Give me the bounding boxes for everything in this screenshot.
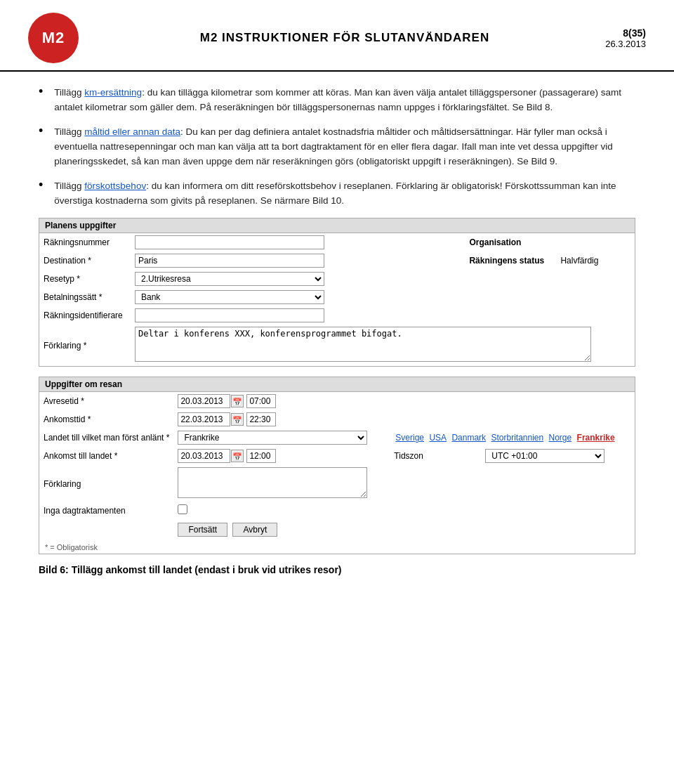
maltid-link[interactable]: måltid eller annan data	[84, 126, 180, 137]
landet-label: Landet till vilket man först anlänt *	[39, 429, 173, 447]
tidszon-label: Tidszon	[390, 447, 481, 465]
ankomsttid-date-input[interactable]	[178, 412, 230, 426]
country-usa[interactable]: USA	[429, 433, 447, 443]
form1-table: Räkningsnummer Organisation Destination …	[39, 233, 635, 366]
inga-label: Inga dagtraktamenten	[39, 502, 173, 518]
inga-checkbox[interactable]	[178, 504, 187, 514]
rakningens-status-value: Halvfärdig	[556, 251, 635, 270]
resetyp-label: Resetyp *	[39, 270, 131, 288]
form2-row-ankomsttid: Ankomsttid * 📅	[39, 410, 635, 429]
avresetid-label: Avresetid *	[39, 392, 173, 410]
avresetid-date-field: 📅	[178, 394, 276, 408]
ankomsttid-time-input[interactable]	[246, 412, 276, 426]
avresetid-time-input[interactable]	[246, 394, 276, 408]
page-number-date: 8(35) 26.3.2013	[590, 27, 646, 49]
form2-table: Avresetid * 📅 Ankomsttid * 📅	[39, 392, 635, 541]
landet-select[interactable]: Frankrike	[178, 431, 367, 445]
rakningsnummer-label: Räkningsnummer	[39, 233, 131, 251]
form2-forklaring-textarea[interactable]	[178, 467, 367, 498]
form1-row-rakningsid: Räkningsidentifierare	[39, 306, 635, 325]
form1-row-rakningsnummer: Räkningsnummer Organisation	[39, 233, 635, 251]
form2-row-forklaring: Förklaring	[39, 465, 635, 502]
km-link[interactable]: km-ersättning	[84, 87, 142, 98]
ankomst-time-input[interactable]	[246, 449, 276, 463]
form2-row-buttons: Fortsätt Avbryt	[39, 518, 635, 541]
form1-row-resetyp: Resetyp * 2.Utrikesresa	[39, 270, 635, 288]
ankomst-calendar-icon[interactable]: 📅	[231, 450, 244, 462]
mandatory-note: * = Obligatorisk	[39, 541, 635, 554]
form2-row-ankomst-tidszon: Ankomst till landet * 📅 Tidszon UTC +01:…	[39, 447, 635, 465]
country-danmark[interactable]: Danmark	[451, 433, 486, 443]
ankomst-date-field: 📅	[178, 449, 276, 463]
ankomsttid-date-field: 📅	[178, 412, 276, 426]
form1-header: Planens uppgifter	[39, 218, 635, 233]
rakningens-status-label: Räkningens status	[465, 251, 556, 270]
main-content: • Tillägg km-ersättning: du kan tillägga…	[0, 79, 674, 587]
fortsatt-button[interactable]: Fortsätt	[178, 523, 227, 537]
avbryt-button[interactable]: Avbryt	[232, 523, 277, 537]
form2-header: Uppgifter om resan	[39, 377, 635, 392]
bullet-text-maltid: Tillägg måltid eller annan data: Du kan …	[54, 125, 635, 169]
form2-row-inga: Inga dagtraktamenten	[39, 502, 635, 518]
form-planens-uppgifter: Planens uppgifter Räkningsnummer Organis…	[39, 218, 635, 367]
form1-row-destination: Destination * Räkningens status Halvfärd…	[39, 251, 635, 270]
page-header: M2 M2 INSTRUKTIONER FÖR SLUTANVÄNDAREN 8…	[0, 0, 674, 72]
resetyp-select[interactable]: 2.Utrikesresa	[135, 272, 324, 286]
rakningsidentifierare-label: Räkningsidentifierare	[39, 306, 131, 325]
bullet-maltid: • Tillägg måltid eller annan data: Du ka…	[39, 125, 635, 169]
avresetid-date-input[interactable]	[178, 394, 230, 408]
tidszon-select[interactable]: UTC +01:00	[485, 449, 604, 463]
country-storbritannien[interactable]: Storbritannien	[491, 433, 543, 443]
bullet-text-km: Tillägg km-ersättning: du kan tillägga k…	[54, 86, 635, 115]
bullet-km: • Tillägg km-ersättning: du kan tillägga…	[39, 86, 635, 115]
bullet-text-forskott: Tillägg förskottsbehov: du kan informera…	[54, 179, 635, 209]
bullet-dot-3: •	[39, 178, 43, 192]
organisation-label: Organisation	[465, 233, 556, 251]
bullet-forskott: • Tillägg förskottsbehov: du kan informe…	[39, 179, 635, 209]
ankomst-label: Ankomst till landet *	[39, 447, 173, 465]
avresetid-calendar-icon[interactable]: 📅	[231, 395, 244, 407]
rakningsidentifierare-input[interactable]	[135, 308, 324, 322]
country-sverige[interactable]: Sverige	[395, 433, 424, 443]
forklaring-textarea[interactable]: Deltar i konferens XXX, konferensprogram…	[135, 327, 591, 362]
form1-row-forklaring: Förklaring * Deltar i konferens XXX, kon…	[39, 325, 635, 366]
form2-row-avresetid: Avresetid * 📅	[39, 392, 635, 410]
forklaring-label: Förklaring *	[39, 325, 131, 366]
form2-row-landet: Landet till vilket man först anlänt * Fr…	[39, 429, 635, 447]
rakningsnummer-input[interactable]	[135, 235, 324, 249]
bullet-dot-1: •	[39, 84, 43, 99]
ankomsttid-label: Ankomsttid *	[39, 410, 173, 429]
country-norge[interactable]: Norge	[549, 433, 572, 443]
betalningssatt-label: Betalningssätt *	[39, 288, 131, 306]
form1-row-betalning: Betalningssätt * Bank	[39, 288, 635, 306]
form-resan: Uppgifter om resan Avresetid * 📅 Ankomst…	[39, 377, 635, 554]
destination-input[interactable]	[135, 254, 324, 268]
figure-caption: Bild 6: Tillägg ankomst till landet (end…	[39, 564, 635, 575]
form2-forklaring-label: Förklaring	[39, 465, 173, 502]
ankomst-date-input[interactable]	[178, 449, 230, 463]
logo: M2	[28, 13, 79, 63]
page-title: M2 INSTRUKTIONER FÖR SLUTANVÄNDAREN	[100, 31, 590, 45]
forskott-link[interactable]: förskottsbehov	[84, 181, 146, 191]
bullet-dot-2: •	[39, 124, 43, 138]
betalningssatt-select[interactable]: Bank	[135, 290, 324, 304]
country-frankrike[interactable]: Frankrike	[577, 433, 615, 443]
ankomsttid-calendar-icon[interactable]: 📅	[231, 413, 244, 426]
destination-label: Destination *	[39, 251, 131, 270]
